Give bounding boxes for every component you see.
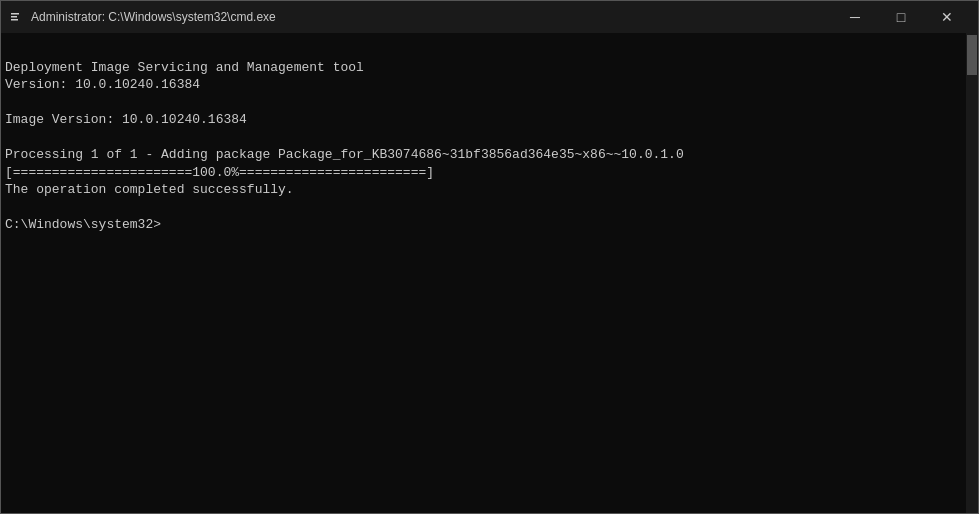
title-bar-left: Administrator: C:\Windows\system32\cmd.e… (9, 9, 276, 25)
console-body[interactable]: Deployment Image Servicing and Managemen… (1, 33, 978, 513)
title-bar: Administrator: C:\Windows\system32\cmd.e… (1, 1, 978, 33)
window-title: Administrator: C:\Windows\system32\cmd.e… (31, 10, 276, 24)
cmd-window: Administrator: C:\Windows\system32\cmd.e… (0, 0, 979, 514)
maximize-button[interactable]: □ (878, 1, 924, 33)
close-button[interactable]: ✕ (924, 1, 970, 33)
svg-rect-2 (11, 16, 17, 18)
scrollbar[interactable] (966, 33, 978, 513)
svg-rect-1 (11, 13, 19, 15)
title-bar-controls: ─ □ ✕ (832, 1, 970, 33)
cmd-icon (9, 9, 25, 25)
minimize-button[interactable]: ─ (832, 1, 878, 33)
svg-rect-3 (11, 19, 18, 21)
console-output: Deployment Image Servicing and Managemen… (5, 41, 974, 234)
scrollbar-thumb[interactable] (967, 35, 977, 75)
